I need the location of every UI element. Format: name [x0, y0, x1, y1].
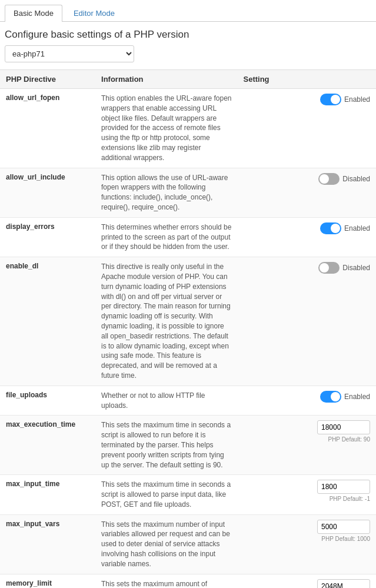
table-row: display_errorsThis determines whether er…	[0, 217, 376, 257]
directive-info: This sets the maximum number of input va…	[95, 514, 237, 574]
directive-info: This sets the maximum time in seconds a …	[95, 475, 237, 514]
toggle-off[interactable]	[318, 262, 340, 274]
toggle-label: Enabled	[344, 95, 370, 104]
directive-setting: PHP Default: -1	[237, 475, 376, 514]
table-row: memory_limitThis sets the maximum amount…	[0, 574, 376, 588]
directive-setting: PHP Default: 1000	[237, 514, 376, 574]
directive-input[interactable]	[317, 420, 370, 434]
directive-setting: Disabled	[237, 168, 376, 217]
toggle-label: Disabled	[342, 264, 370, 272]
directive-info: This determines whether errors should be…	[95, 217, 237, 257]
directive-setting: Disabled	[237, 257, 376, 386]
tab-editor-mode[interactable]: Editor Mode	[65, 5, 124, 21]
directive-info: Whether or not to allow HTTP file upload…	[95, 386, 237, 416]
table-row: max_input_timeThis sets the maximum time…	[0, 475, 376, 514]
col-header-info: Information	[95, 70, 237, 89]
toggle-label: Disabled	[342, 175, 370, 183]
directive-setting: PHP Default: 90	[237, 416, 376, 475]
directive-info: This option enables the URL-aware fopen …	[95, 89, 237, 168]
php-default: PHP Default: 90	[328, 436, 370, 443]
directive-info: This option allows the use of URL-aware …	[95, 168, 237, 217]
directive-name: memory_limit	[0, 574, 95, 588]
page-title: Configure basic settings of a PHP versio…	[0, 22, 376, 45]
table-row: file_uploadsWhether or not to allow HTTP…	[0, 386, 376, 416]
toggle-wrap: Enabled	[243, 222, 370, 234]
toggle-off[interactable]	[318, 173, 340, 185]
table-row: max_input_varsThis sets the maximum numb…	[0, 514, 376, 574]
directive-name: display_errors	[0, 217, 95, 257]
input-wrap: PHP Default: 90	[243, 420, 370, 443]
php-version-select-wrap: ea-php71ea-php72ea-php73ea-php74ea-php80…	[0, 45, 376, 69]
toggle-on[interactable]	[320, 222, 341, 234]
directives-table: PHP Directive Information Setting allow_…	[0, 69, 376, 588]
table-row: max_execution_timeThis sets the maximum …	[0, 416, 376, 475]
directive-name: enable_dl	[0, 257, 95, 386]
directive-setting: Enabled	[237, 89, 376, 168]
toggle-wrap: Enabled	[243, 94, 370, 105]
directive-info: This sets the maximum time in seconds a …	[95, 416, 237, 475]
toggle-wrap: Enabled	[243, 391, 370, 403]
php-default: PHP Default: -1	[330, 496, 370, 502]
directive-input[interactable]	[317, 480, 370, 494]
directive-info: This directive is really only useful in …	[95, 257, 237, 386]
table-row: allow_url_includeThis option allows the …	[0, 168, 376, 217]
directive-input[interactable]	[317, 520, 370, 534]
directive-name: max_input_vars	[0, 514, 95, 574]
toggle-wrap: Disabled	[243, 262, 370, 274]
directive-setting: Enabled	[237, 217, 376, 257]
input-wrap: PHP Default: 128M	[243, 579, 370, 588]
directive-name: allow_url_fopen	[0, 89, 95, 168]
toggle-on[interactable]	[320, 391, 341, 403]
directive-setting: Enabled	[237, 386, 376, 416]
php-version-select[interactable]: ea-php71ea-php72ea-php73ea-php74ea-php80…	[5, 45, 134, 62]
toggle-label: Enabled	[344, 393, 370, 401]
input-wrap: PHP Default: -1	[243, 480, 370, 502]
php-default: PHP Default: 1000	[321, 536, 370, 542]
toggle-wrap: Disabled	[243, 173, 370, 185]
tab-basic-mode[interactable]: Basic Mode	[5, 5, 62, 22]
directive-name: max_execution_time	[0, 416, 95, 475]
toggle-label: Enabled	[344, 224, 370, 232]
tab-bar: Basic Mode Editor Mode	[0, 0, 376, 22]
table-row: enable_dlThis directive is really only u…	[0, 257, 376, 386]
toggle-on[interactable]	[320, 94, 341, 105]
directive-info: This sets the maximum amount of memory i…	[95, 574, 237, 588]
table-header-row: PHP Directive Information Setting	[0, 70, 376, 89]
directive-name: allow_url_include	[0, 168, 95, 217]
directive-name: max_input_time	[0, 475, 95, 514]
col-header-directive: PHP Directive	[0, 70, 95, 89]
table-row: allow_url_fopenThis option enables the U…	[0, 89, 376, 168]
directive-name: file_uploads	[0, 386, 95, 416]
col-header-setting: Setting	[237, 70, 376, 89]
directive-setting: PHP Default: 128M	[237, 574, 376, 588]
input-wrap: PHP Default: 1000	[243, 520, 370, 542]
directive-input[interactable]	[317, 579, 370, 588]
